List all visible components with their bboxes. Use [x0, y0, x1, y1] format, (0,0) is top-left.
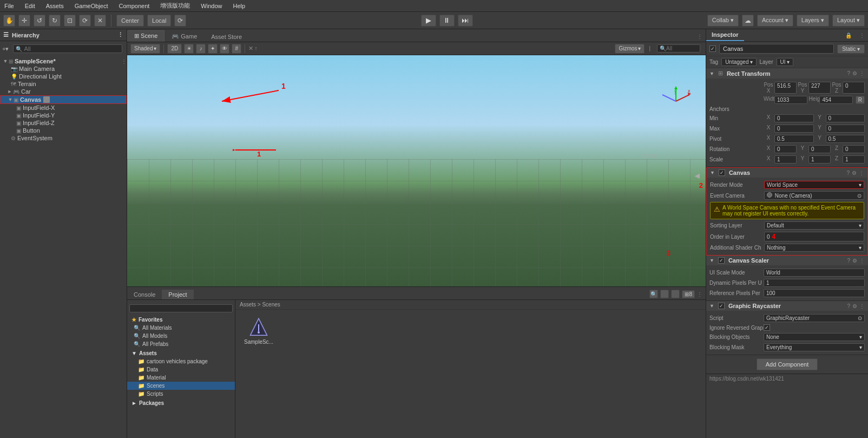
scalex-value[interactable]: 1 [774, 155, 797, 164]
pivoty-value[interactable]: 0.5 [826, 135, 865, 143]
hierarchy-search-input[interactable] [24, 45, 120, 52]
sorting-layer-dropdown[interactable]: Default ▾ [764, 221, 864, 230]
pivotx-value[interactable]: 0.5 [774, 135, 814, 143]
hier-eventsystem[interactable]: ⚙ EventSystem [0, 134, 127, 142]
scene-view[interactable]: y x ◄ Baron 1 1 [127, 55, 706, 286]
posy-value[interactable]: 227 [808, 82, 831, 94]
order-layer-value[interactable]: 0 4 [764, 232, 864, 241]
tree-scenes[interactable]: 📁 Scenes [127, 382, 235, 390]
rect-settings-icon[interactable]: ⚙ [852, 70, 857, 76]
hierarchy-add-btn[interactable]: +▾ [2, 45, 9, 53]
scaler-help-icon[interactable]: ? [847, 258, 850, 264]
audio-toggle[interactable]: ♪ [196, 44, 206, 54]
menu-enhanced[interactable]: 增强版功能 [158, 1, 192, 11]
step-button[interactable]: ⏭ [458, 15, 473, 27]
tab-project[interactable]: Project [162, 290, 193, 299]
hier-car[interactable]: ► 🎮 Car [0, 88, 127, 95]
rotx-value[interactable]: 0 [774, 145, 797, 153]
static-button[interactable]: Static ▾ [837, 44, 865, 54]
rect-transform-header[interactable]: ▼ ⊞ Rect Transform ? ⚙ ⋮ [706, 68, 868, 79]
raycaster-checkbox[interactable]: ✓ [718, 303, 725, 309]
gameobj-name-input[interactable] [719, 44, 834, 54]
width-value[interactable]: 1033 [774, 96, 807, 104]
minx-value[interactable]: 0 [774, 114, 814, 122]
rotz-value[interactable]: 0 [843, 145, 865, 153]
scaler-checkbox[interactable]: ✓ [718, 257, 725, 264]
hier-maincamera[interactable]: 📷 Main Camera [0, 65, 127, 73]
ignore-reversed-checkbox[interactable]: ✓ [764, 324, 770, 331]
blocking-objects-dropdown[interactable]: None ▾ [764, 333, 865, 341]
rect-overflow-icon[interactable]: ⋮ [859, 70, 865, 76]
tag-value[interactable]: Untagged ▾ [721, 58, 756, 66]
bottom-fav-btn[interactable] [671, 290, 680, 298]
hier-inputfieldz[interactable]: ▣ InputField-Z [0, 119, 127, 127]
layout-button[interactable]: Layout ▾ [832, 15, 865, 27]
tab-assetstore[interactable]: Asset Store [204, 31, 249, 42]
fav-all-models[interactable]: 🔍 All Models [127, 332, 235, 340]
script-pick-icon[interactable]: ⊙ [858, 315, 862, 321]
bottom-menu-icon[interactable]: ⋮ [697, 291, 702, 297]
scalez-value[interactable]: 1 [843, 155, 865, 164]
render-mode-dropdown[interactable]: World Space ▾ [764, 181, 864, 189]
twod-button[interactable]: 2D [167, 44, 182, 54]
inspector-menu-icon[interactable]: ⋮ [856, 30, 868, 41]
scaler-overflow-icon[interactable]: ⋮ [859, 258, 865, 264]
project-file-sample[interactable]: SampleSc... [240, 314, 278, 347]
scene-search-input[interactable] [666, 45, 699, 51]
grid-toggle[interactable]: # [232, 44, 241, 54]
menu-window[interactable]: Window [199, 2, 224, 10]
fav-all-materials[interactable]: 🔍 All Materials [127, 324, 235, 332]
graphic-raycaster-header[interactable]: ▼ ✓ Graphic Raycaster ? ⚙ ⋮ [706, 301, 868, 311]
tree-material[interactable]: 📁 Material [127, 374, 235, 382]
posx-value[interactable]: 516.5 [774, 82, 797, 94]
project-search-input[interactable] [132, 305, 230, 311]
center-button[interactable]: Center [116, 15, 144, 27]
menu-help[interactable]: Help [231, 2, 247, 10]
hier-canvas[interactable]: ▼ ▣ Canvas [0, 95, 127, 104]
rect-help-icon[interactable]: ? [847, 70, 850, 76]
tree-data[interactable]: 📁 Data [127, 365, 235, 374]
scene-panel-menu[interactable]: ⋮ [694, 31, 706, 42]
hand-tool[interactable]: ✋ [3, 15, 15, 27]
roty-value[interactable]: 0 [808, 145, 831, 153]
move-tool[interactable]: ✛ [18, 15, 30, 27]
blocking-mask-dropdown[interactable]: Everything ▾ [764, 343, 865, 351]
event-camera-pick-icon[interactable]: ⊙ [857, 193, 862, 199]
cloud-icon[interactable]: ☁ [742, 15, 754, 27]
tab-console[interactable]: Console [127, 290, 162, 299]
tree-cartoon[interactable]: 📁 cartoon vehicles package [127, 357, 235, 365]
inspector-lock-icon[interactable]: 🔒 [841, 30, 856, 41]
canvas-vis-toggle[interactable] [43, 96, 50, 103]
fav-section[interactable]: ★ Favorites [127, 315, 235, 324]
menu-component[interactable]: Component [116, 2, 152, 10]
bottom-size-btn[interactable]: ⊞8 [682, 290, 695, 298]
refresh-btn[interactable]: ⟳ [174, 15, 186, 27]
rotate-tool[interactable]: ⟳ [79, 15, 91, 27]
scene-menu[interactable]: ⋮ [121, 58, 127, 64]
play-button[interactable]: ▶ [421, 15, 436, 27]
hier-terrain[interactable]: 🗺 Terrain [0, 80, 127, 88]
inspector-tab[interactable]: Inspector [706, 29, 744, 41]
assets-section[interactable]: ▼ Assets [127, 348, 235, 357]
packages-section[interactable]: ► Packages [127, 398, 235, 407]
canvas-overflow-icon[interactable]: ⋮ [859, 170, 864, 176]
menu-assets[interactable]: Assets [44, 2, 66, 10]
menu-edit[interactable]: Edit [23, 2, 37, 10]
hierarchy-menu-icon[interactable]: ⋮ [117, 31, 123, 38]
scale-tool[interactable]: ✕ [94, 15, 106, 27]
canvas-comp-checkbox[interactable]: ✓ [719, 169, 725, 176]
maxx-value[interactable]: 0 [774, 125, 814, 133]
menu-gameobject[interactable]: GameObject [73, 2, 110, 10]
canvas-settings-icon[interactable]: ⚙ [852, 170, 857, 176]
scene-nav-left[interactable]: ◄ [693, 171, 701, 181]
event-camera-value[interactable]: None (Camera) ⊙ [764, 191, 864, 200]
hier-dirlight[interactable]: 💡 Directional Light [0, 73, 127, 80]
hier-inputfieldy[interactable]: ▣ InputField-Y [0, 112, 127, 119]
raycaster-overflow-icon[interactable]: ⋮ [859, 303, 865, 309]
rect-tool[interactable]: ⊡ [64, 15, 76, 27]
light-toggle[interactable]: ☀ [184, 44, 194, 54]
dynamic-pixels-value[interactable]: 1 [764, 279, 865, 287]
collab-button[interactable]: Collab ▾ [707, 15, 739, 27]
bottom-lock-btn[interactable] [660, 290, 669, 298]
hier-inputfieldx[interactable]: ▣ InputField-X [0, 104, 127, 112]
